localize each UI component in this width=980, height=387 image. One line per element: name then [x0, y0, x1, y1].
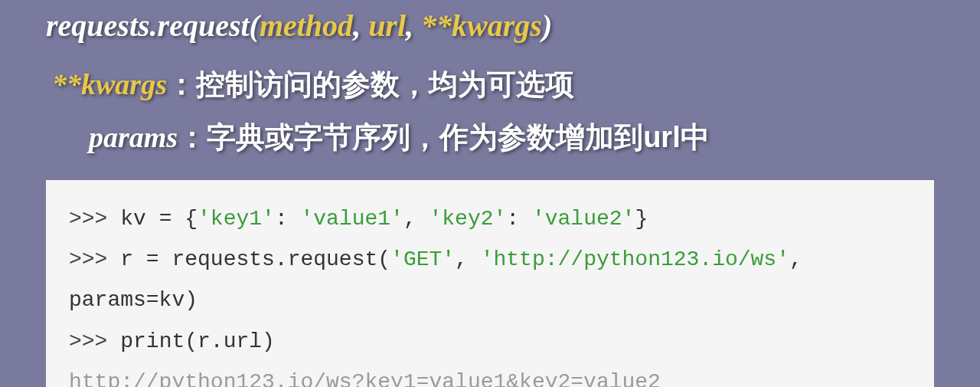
params-label: params	[89, 121, 178, 153]
code-output-line: http://python123.io/ws?key1=value1&key2=…	[69, 362, 911, 387]
sig-prefix: requests.request(	[46, 8, 260, 43]
kwargs-colon: ：	[167, 68, 196, 100]
code-line-1: >>> kv = {'key1': 'value1', 'key2': 'val…	[69, 198, 911, 239]
output-text: http://python123.io/ws?key1=value1&key2=…	[69, 370, 661, 387]
params-description: params：字典或字节序列，作为参数增加到url中	[46, 118, 934, 157]
sig-sep2: ,	[406, 8, 421, 43]
prompt: >>>	[69, 330, 120, 353]
kwargs-text: 控制访问的参数，均为可选项	[196, 68, 574, 100]
code-line-2: >>> r = requests.request('GET', 'http://…	[69, 239, 911, 320]
sig-suffix: )	[542, 8, 552, 43]
prompt: >>>	[69, 248, 120, 271]
code-line-3: >>> print(r.url)	[69, 321, 911, 362]
code-example-box: >>> kv = {'key1': 'value1', 'key2': 'val…	[46, 180, 934, 387]
function-signature: requests.request(method, url, **kwargs)	[46, 8, 934, 44]
params-colon: ：	[178, 121, 207, 153]
kwargs-description: **kwargs：控制访问的参数，均为可选项	[46, 65, 934, 104]
prompt: >>>	[69, 207, 120, 231]
sig-arg-method: method	[260, 8, 353, 43]
sig-arg-url: url	[368, 8, 406, 43]
sig-sep1: ,	[353, 8, 368, 43]
sig-arg-kwargs: **kwargs	[421, 8, 542, 43]
params-text: 字典或字节序列，作为参数增加到url中	[207, 121, 710, 153]
slide-content: requests.request(method, url, **kwargs) …	[0, 0, 980, 387]
kwargs-label: **kwargs	[52, 68, 167, 100]
